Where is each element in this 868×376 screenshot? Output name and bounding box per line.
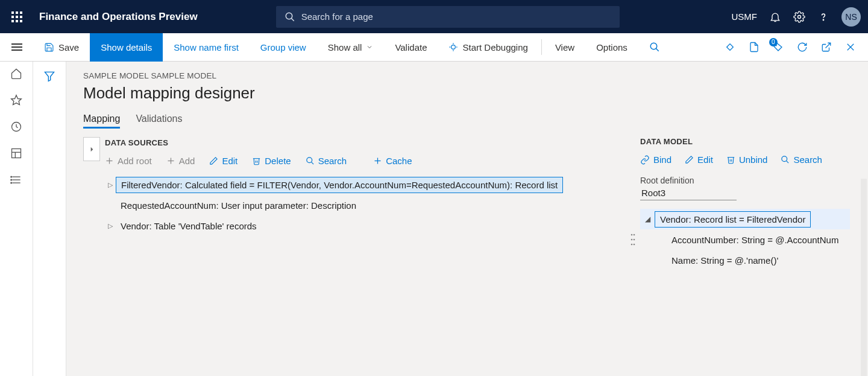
- svg-marker-28: [90, 147, 93, 151]
- refresh-button[interactable]: [797, 42, 808, 53]
- nav-home[interactable]: [10, 68, 22, 80]
- tree-row-requestedaccountnum[interactable]: RequestedAccountNum: User input paramete…: [105, 195, 626, 215]
- options-button[interactable]: Options: [585, 33, 638, 62]
- dm-row-name[interactable]: Name: String = @.'name()': [640, 250, 850, 270]
- save-button[interactable]: Save: [33, 33, 90, 62]
- search-placeholder: Search for a page: [301, 11, 373, 22]
- tree-node-label: RequestedAccountNum: User input paramete…: [116, 198, 361, 213]
- nav-favorites[interactable]: [10, 94, 22, 106]
- start-debugging-button[interactable]: Start Debugging: [438, 33, 538, 62]
- add-button[interactable]: Add: [166, 156, 195, 166]
- main-content: SAMPLE MODEL SAMPLE MODEL Model mapping …: [66, 62, 868, 376]
- save-label: Save: [58, 42, 79, 53]
- collapse-caret[interactable]: ◢: [640, 215, 655, 223]
- delete-button[interactable]: Delete: [252, 156, 291, 166]
- svg-rect-11: [727, 44, 734, 51]
- svg-line-10: [656, 48, 659, 51]
- data-sources-panel: DATA SOURCES Add root Add Edit Delete Se…: [83, 137, 626, 366]
- bind-button[interactable]: Bind: [640, 155, 671, 165]
- find-button[interactable]: [638, 33, 671, 62]
- cache-button[interactable]: Cache: [373, 156, 412, 166]
- grip-icon: [631, 233, 635, 246]
- nav-recent[interactable]: [10, 121, 22, 133]
- search-icon: [649, 42, 660, 53]
- list-icon: [10, 174, 22, 186]
- search-button[interactable]: Search: [306, 156, 347, 166]
- view-button[interactable]: View: [544, 33, 585, 62]
- tree-row-filteredvendor[interactable]: ▷ FilteredVendor: Calculated field = FIL…: [105, 174, 626, 195]
- filter-button[interactable]: [43, 70, 55, 376]
- dm-row-vendor[interactable]: ◢ Vendor: Record list = FilteredVendor: [640, 209, 850, 229]
- collapse-tab[interactable]: [83, 137, 100, 161]
- tree-row-vendor[interactable]: ▷ Vendor: Table 'VendTable' records: [105, 215, 626, 236]
- grid-icon: [10, 147, 22, 159]
- page-title: Model mapping designer: [83, 84, 868, 103]
- svg-point-33: [307, 158, 312, 163]
- workspace: DATA SOURCES Add root Add Edit Delete Se…: [83, 137, 868, 366]
- pencil-icon: [209, 156, 218, 165]
- svg-line-44: [787, 161, 789, 163]
- attachments-button[interactable]: [749, 42, 760, 53]
- root-definition-field[interactable]: Root3: [640, 186, 737, 200]
- related-button[interactable]: [725, 42, 735, 53]
- expand-caret[interactable]: ▷: [105, 222, 116, 230]
- badge-count: 0: [769, 38, 778, 46]
- popout-icon: [821, 42, 832, 53]
- show-all-dropdown[interactable]: Show all: [317, 33, 385, 62]
- settings-button[interactable]: [793, 11, 805, 23]
- top-nav-bar: Finance and Operations Preview Search fo…: [0, 0, 868, 33]
- link-icon: [640, 155, 650, 165]
- data-model-panel: DATA MODEL Bind Edit Unbind Search Root …: [640, 137, 868, 366]
- app-title: Finance and Operations Preview: [39, 11, 198, 23]
- validate-button[interactable]: Validate: [384, 33, 438, 62]
- search-icon: [781, 155, 790, 164]
- diamond-icon: [725, 42, 735, 53]
- unbind-button[interactable]: Unbind: [726, 155, 768, 165]
- popout-button[interactable]: [821, 42, 832, 53]
- edit-button[interactable]: Edit: [209, 156, 237, 166]
- tab-validations[interactable]: Validations: [136, 113, 182, 129]
- svg-point-39: [631, 239, 633, 241]
- chevron-right-icon: [89, 146, 95, 153]
- tree-node-label: Vendor: Table 'VendTable' records: [116, 218, 262, 234]
- pencil-icon: [685, 155, 694, 164]
- plus-icon: [373, 156, 382, 165]
- messages-button[interactable]: 0: [773, 42, 784, 53]
- data-model-tree: ◢ Vendor: Record list = FilteredVendor A…: [640, 209, 850, 270]
- svg-point-42: [634, 244, 635, 246]
- show-details-button[interactable]: Show details: [90, 33, 163, 62]
- vertical-scrollbar[interactable]: [861, 179, 867, 376]
- nav-workspaces[interactable]: [10, 147, 22, 159]
- close-button[interactable]: [845, 42, 856, 53]
- menu-toggle-button[interactable]: [0, 46, 33, 48]
- nav-modules[interactable]: [10, 174, 22, 186]
- user-avatar[interactable]: NS: [841, 7, 861, 27]
- app-launcher-button[interactable]: [0, 0, 33, 33]
- question-icon: [817, 11, 829, 23]
- separator: [541, 39, 542, 55]
- svg-point-9: [650, 43, 657, 49]
- splitter-handle[interactable]: [626, 228, 640, 252]
- root-definition-label: Root definition: [640, 176, 850, 185]
- dm-search-button[interactable]: Search: [781, 155, 822, 165]
- data-sources-toolbar: Add root Add Edit Delete Search Cache: [105, 156, 626, 166]
- svg-point-3: [823, 19, 823, 20]
- help-button[interactable]: [817, 11, 829, 23]
- close-icon: [845, 42, 856, 53]
- show-name-first-button[interactable]: Show name first: [163, 33, 250, 62]
- add-root-button[interactable]: Add root: [105, 156, 152, 166]
- group-view-button[interactable]: Group view: [250, 33, 317, 62]
- company-code[interactable]: USMF: [732, 11, 758, 22]
- left-nav-rail: [0, 62, 33, 376]
- dm-row-accountnumber[interactable]: AccountNumber: String = @.AccountNum: [640, 229, 850, 250]
- global-search-input[interactable]: Search for a page: [276, 6, 620, 28]
- tab-mapping[interactable]: Mapping: [83, 113, 120, 129]
- page-icon: [749, 42, 760, 53]
- notifications-button[interactable]: [769, 11, 781, 23]
- gear-icon: [793, 11, 805, 23]
- dm-edit-button[interactable]: Edit: [685, 155, 713, 165]
- svg-point-37: [631, 234, 633, 236]
- command-bar: Save Show details Show name first Group …: [0, 33, 868, 62]
- svg-marker-16: [11, 95, 22, 105]
- expand-caret[interactable]: ▷: [105, 181, 116, 189]
